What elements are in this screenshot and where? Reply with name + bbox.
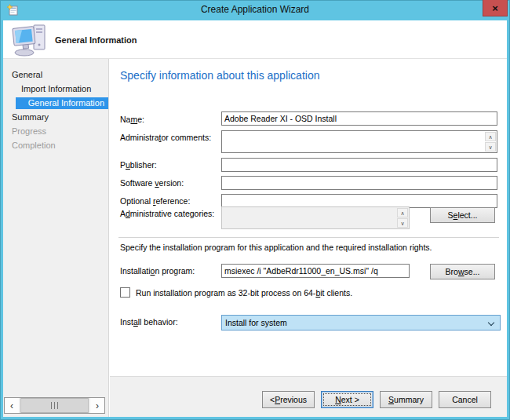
scroll-up-icon[interactable]: ∧: [397, 208, 408, 217]
sidebar-item-summary[interactable]: Summary: [3, 111, 108, 123]
page-heading: Specify information about this applicati…: [120, 69, 319, 82]
installation-program-label: Installation program:: [120, 266, 195, 276]
titlebar: Create Application Wizard ×: [0, 0, 510, 20]
sidebar-item-general[interactable]: General: [3, 69, 108, 81]
next-button[interactable]: Next >: [321, 391, 373, 408]
name-label: Name:: [120, 115, 144, 124]
run-32bit-label: Run installation program as 32-bit proce…: [136, 288, 352, 298]
name-input[interactable]: [221, 111, 497, 126]
sidebar-item-general-information[interactable]: General Information: [16, 97, 108, 109]
summary-button[interactable]: Summary: [380, 391, 432, 408]
wizard-header: General Information: [3, 20, 507, 59]
previous-button[interactable]: < Previous: [262, 391, 315, 408]
software-version-input[interactable]: [221, 176, 497, 190]
window-title: Create Application Wizard: [0, 4, 510, 15]
run-32bit-checkbox[interactable]: [120, 287, 130, 298]
scroll-down-icon[interactable]: ∨: [485, 142, 496, 152]
scrollbar-grip-icon: [51, 402, 59, 409]
computer-icon: [12, 23, 49, 57]
select-categories-button[interactable]: Select...: [430, 207, 495, 223]
scroll-left-icon[interactable]: ‹: [5, 398, 20, 413]
scrollbar-thumb[interactable]: [20, 398, 89, 413]
section-divider: [118, 237, 499, 238]
administrator-comments-label: Administrator comments:: [120, 133, 211, 142]
close-icon: ×: [492, 3, 498, 13]
installation-section-text: Specify the installation program for thi…: [120, 243, 432, 252]
sidebar-item-progress: Progress: [3, 126, 108, 137]
cancel-button[interactable]: Cancel: [439, 391, 491, 408]
wizard-page-title: General Information: [55, 35, 137, 45]
create-application-wizard-window: Create Application Wizard × General Info…: [0, 0, 510, 420]
sidebar-horizontal-scrollbar[interactable]: ‹ ›: [4, 397, 105, 414]
scroll-up-icon[interactable]: ∧: [485, 132, 496, 141]
wizard-steps-sidebar: General Import Information General Infor…: [3, 59, 109, 417]
optional-reference-label: Optional reference:: [120, 196, 190, 206]
wizard-content: Specify information about this applicati…: [110, 59, 507, 376]
install-behavior-value: Install for system: [225, 318, 287, 327]
administrator-comments-textarea[interactable]: ∧ ∨: [221, 130, 497, 153]
publisher-label: Publisher:: [120, 160, 157, 170]
sidebar-item-import-information[interactable]: Import Information: [3, 83, 108, 95]
administrative-categories-label: Administrative categories:: [120, 209, 214, 218]
sidebar-item-completion: Completion: [3, 140, 108, 152]
installation-program-input[interactable]: [221, 264, 410, 278]
publisher-input[interactable]: [221, 158, 497, 172]
wizard-footer: < Previous Next > Summary Cancel: [110, 376, 507, 417]
scroll-down-icon[interactable]: ∨: [397, 218, 408, 228]
browse-button[interactable]: Browse...: [430, 264, 495, 279]
close-button[interactable]: ×: [483, 0, 508, 16]
install-behavior-label: Install behavior:: [120, 317, 178, 327]
wizard-client-area: General Information General Import Infor…: [3, 20, 507, 417]
software-version-label: Software version:: [120, 178, 184, 188]
install-behavior-dropdown[interactable]: Install for system: [221, 315, 501, 331]
administrative-categories-textarea: ∧ ∨: [221, 206, 410, 229]
chevron-down-icon: [488, 320, 494, 326]
scroll-right-icon[interactable]: ›: [89, 398, 104, 413]
